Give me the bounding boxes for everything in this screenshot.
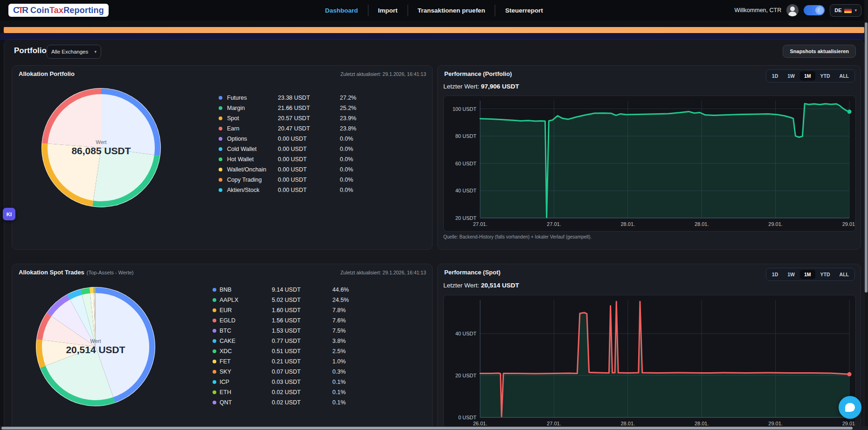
exchange-filter-select[interactable]: Alle Exchanges ▾ [47,45,101,59]
legend-percent: 24.5% [332,297,420,303]
range-pill-ytd[interactable]: YTD [816,270,834,279]
legend-label: CAKE [220,338,272,344]
svg-text:60 USDT: 60 USDT [455,161,477,166]
legend-item: AAPLX5.02 USDT24.5% [213,295,420,305]
legend-item: Copy Trading0.00 USDT0.0% [219,175,422,185]
chat-support-button[interactable] [839,396,861,419]
nav-item-import[interactable]: Import [368,7,407,14]
legend-label: Wallet/Onchain [227,166,278,173]
legend-item: Futures23.38 USDT27.2% [219,93,422,103]
dark-mode-toggle[interactable]: ☾ [804,5,825,15]
line-chart-svg: 100 USDT80 USDT60 USDT40 USDT20 USDT27.0… [444,96,855,231]
legend-percent: 0.1% [332,399,420,406]
avatar-person-icon [790,7,795,11]
legend-color-dot [219,137,222,141]
legend-item: Earn20.47 USDT23.8% [219,123,422,134]
legend-value: 0.00 USDT [278,177,340,183]
svg-text:28.01.: 28.01. [695,221,709,227]
legend-label: QNT [220,399,272,406]
legend-value: 0.02 USDT [272,389,332,396]
legend-value: 1.53 USDT [272,328,332,334]
legend-label: ETH [220,389,272,396]
vertical-scrollbar-thumb[interactable] [865,22,868,293]
legend-label: Options [227,136,278,142]
legend-color-dot [213,298,216,302]
legend-color-dot [213,390,216,394]
svg-text:29.01.: 29.01. [768,221,783,227]
range-pill-1d[interactable]: 1D [768,71,782,81]
legend-percent: 0.1% [332,389,420,396]
legend-value: 0.51 USDT [272,348,332,355]
legend-value: 5.02 USDT [272,297,332,303]
german-flag-icon [844,8,852,13]
range-pill-all[interactable]: ALL [835,71,853,81]
legend-percent: 1.0% [332,358,420,365]
language-code: DE [834,7,841,13]
range-pill-1w[interactable]: 1W [783,71,799,81]
range-toggle: 1D1W1MYTDALL [766,268,855,281]
welcome-text: Willkommen, CTR [734,7,781,14]
legend-label: SKY [220,369,272,375]
svg-text:100 USDT: 100 USDT [453,106,477,112]
card-title: Allokation Portfolio [19,70,75,77]
legend-percent: 0.3% [332,369,420,375]
range-pill-1w[interactable]: 1W [783,270,799,279]
legend-item: Cold Wallet0.00 USDT0.0% [219,144,422,154]
svg-text:20 USDT: 20 USDT [455,215,477,221]
card-title: Performance (Spot) [444,269,501,276]
range-pill-1m[interactable]: 1M [800,71,815,81]
chevron-down-icon: ▾ [854,8,857,13]
legend-value: 1.56 USDT [272,317,332,324]
legend-color-dot [213,370,216,374]
legend-item: FET0.21 USDT1.0% [213,356,420,367]
legend-item: BNB9.14 USDT44.6% [213,285,420,295]
legend-value: 0.77 USDT [272,338,332,344]
range-pill-all[interactable]: ALL [835,270,853,279]
top-nav: CTR CoinTaxReporting Dashboard Import Tr… [0,0,868,20]
legend-label: Copy Trading [227,177,278,183]
nav-item-steuerreport[interactable]: Steuerreport [496,7,553,14]
legend-item: Aktien/Stock0.00 USDT0.0% [219,185,422,195]
svg-text:29.01.: 29.01. [768,421,783,426]
svg-text:80 USDT: 80 USDT [455,133,477,139]
user-avatar[interactable] [786,4,799,16]
performance-portfolio-card: Performance (Portfolio) 1D1W1MYTDALL Let… [437,65,861,250]
svg-text:28.01.: 28.01. [695,421,709,426]
app-logo[interactable]: CTR CoinTaxReporting [8,4,109,17]
legend-color-dot [213,308,216,312]
legend-percent: 7.8% [332,307,420,314]
svg-text:40 USDT: 40 USDT [455,331,477,336]
range-pill-1d[interactable]: 1D [768,270,782,279]
legend-item: Margin21.66 USDT25.2% [219,103,422,113]
legend-item: SKY0.07 USDT0.3% [213,367,420,377]
legend-percent: 0.1% [332,379,420,385]
svg-text:26.01.: 26.01. [473,421,488,426]
legend-percent: 0.0% [340,136,422,142]
legend-color-dot [219,178,222,182]
legend-label: BTC [220,328,272,334]
legend-label: Margin [227,105,278,111]
legend-item: Spot20.57 USDT23.9% [219,113,422,123]
svg-text:0 USDT: 0 USDT [458,415,476,420]
refresh-snapshots-button[interactable]: Snapshots aktualisieren [783,45,856,58]
legend-value: 0.00 USDT [278,136,340,142]
range-toggle: 1D1W1MYTDALL [766,69,855,82]
portfolio-line-chart: 100 USDT80 USDT60 USDT40 USDT20 USDT27.0… [443,96,856,232]
legend-color-dot [213,288,216,292]
legend-percent: 2.5% [332,348,420,355]
spot-legend: BNB9.14 USDT44.6%AAPLX5.02 USDT24.5%EUR1… [213,285,420,408]
ai-assistant-badge[interactable]: KI [3,208,15,220]
legend-percent: 0.0% [340,177,422,183]
language-select[interactable]: DE ▾ [830,4,861,17]
range-pill-ytd[interactable]: YTD [816,71,834,81]
legend-percent: 7.5% [332,328,420,334]
svg-text:27.01.: 27.01. [473,221,488,227]
horizontal-scrollbar-thumb[interactable] [1,427,853,430]
legend-item: BTC1.53 USDT7.5% [213,326,420,336]
nav-item-transaktionen-pruefen[interactable]: Transaktionen pruefen [408,7,495,14]
legend-label: Cold Wallet [227,146,278,152]
legend-color-dot [213,401,216,404]
nav-item-dashboard[interactable]: Dashboard [315,7,368,14]
exchange-filter-value: Alle Exchanges [51,49,88,55]
range-pill-1m[interactable]: 1M [800,270,815,279]
